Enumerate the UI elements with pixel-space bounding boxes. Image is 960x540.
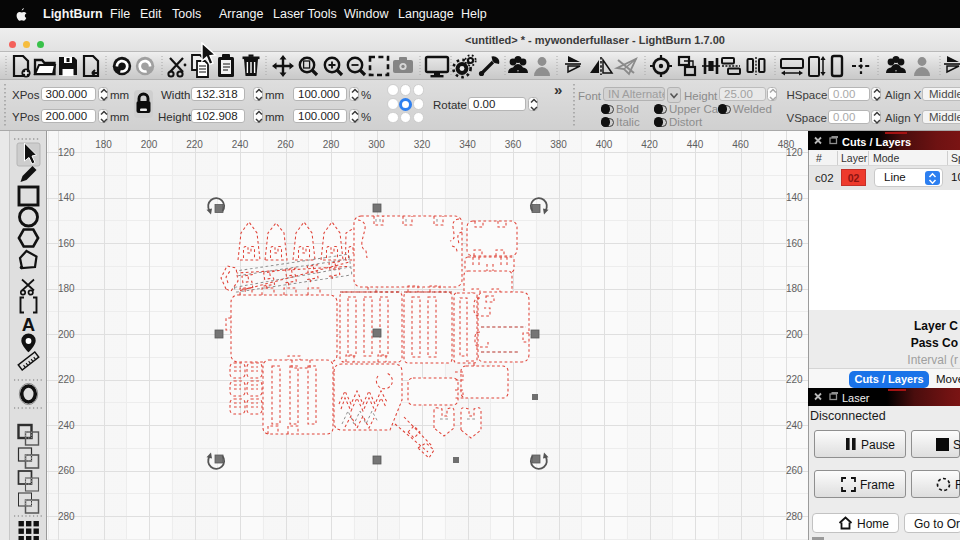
svg-text:A: A: [22, 314, 35, 335]
